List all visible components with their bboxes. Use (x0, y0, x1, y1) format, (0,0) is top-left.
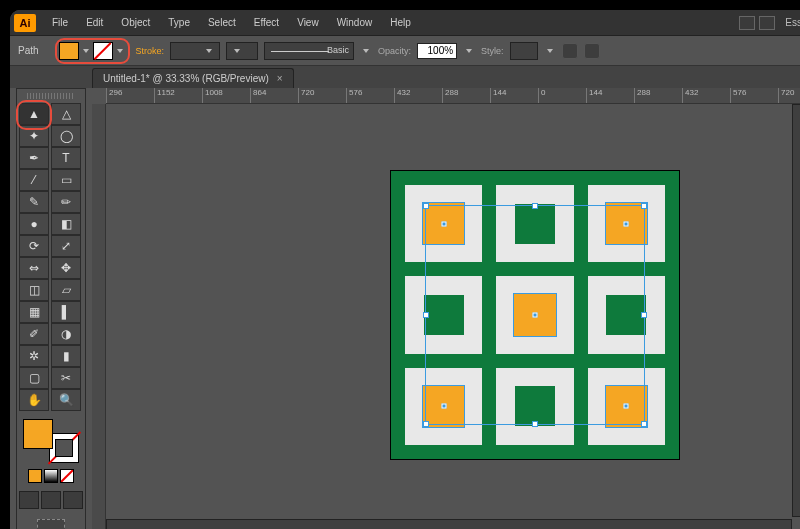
fill-swatch[interactable] (59, 42, 79, 60)
scrollbar-horizontal[interactable] (106, 519, 792, 529)
tool-column-graph[interactable]: ▮ (51, 345, 81, 367)
control-bar: Path Stroke: Basic Opacity: 100% Style: (10, 36, 800, 66)
tool-paintbrush[interactable]: ✎ (19, 191, 49, 213)
orange-square[interactable] (422, 385, 465, 428)
recolor-button[interactable] (562, 43, 578, 59)
tool-pencil[interactable]: ✏ (51, 191, 81, 213)
pattern-cell[interactable] (496, 276, 573, 353)
tool-blob-brush[interactable]: ● (19, 213, 49, 235)
workspace-label[interactable]: Ess (785, 17, 800, 28)
tool-magic-wand[interactable]: ✦ (19, 125, 49, 147)
document-tab[interactable]: Untitled-1* @ 33.33% (RGB/Preview) × (92, 68, 294, 88)
fill-color-box[interactable] (23, 419, 53, 449)
anchor-point[interactable] (441, 221, 446, 226)
panel-grip[interactable] (27, 93, 75, 99)
orange-square[interactable] (605, 202, 648, 245)
menu-object[interactable]: Object (113, 13, 158, 32)
orange-square[interactable] (513, 293, 556, 336)
brush-definition[interactable]: Basic (264, 42, 354, 60)
stroke-color-box[interactable] (49, 433, 79, 463)
graphic-style[interactable] (510, 42, 538, 60)
pattern-cell[interactable] (496, 368, 573, 445)
ruler-tick: 432 (394, 88, 442, 104)
green-square[interactable] (606, 295, 646, 335)
pattern-cell[interactable] (405, 368, 482, 445)
draw-normal-icon[interactable] (19, 491, 39, 509)
ruler-tick: 576 (730, 88, 778, 104)
tool-shape-builder[interactable]: ◫ (19, 279, 49, 301)
close-icon[interactable]: × (277, 73, 283, 84)
tool-lasso[interactable]: ◯ (51, 125, 81, 147)
caret-icon[interactable] (117, 49, 123, 53)
layout-icon[interactable] (739, 16, 755, 30)
caret-icon[interactable] (363, 49, 369, 53)
tool-selection[interactable]: ▲ (19, 103, 49, 125)
app-logo: Ai (14, 14, 36, 32)
anchor-point[interactable] (532, 312, 537, 317)
tool-direct-selection[interactable]: △ (51, 103, 81, 125)
gradient-mode-icon[interactable] (44, 469, 58, 483)
fill-stroke-indicator[interactable] (21, 419, 81, 463)
tool-zoom[interactable]: 🔍 (51, 389, 81, 411)
scrollbar-vertical[interactable] (792, 104, 800, 517)
color-mode-icon[interactable] (28, 469, 42, 483)
draw-inside-icon[interactable] (63, 491, 83, 509)
menu-effect[interactable]: Effect (246, 13, 287, 32)
menu-type[interactable]: Type (160, 13, 198, 32)
caret-icon[interactable] (466, 49, 472, 53)
anchor-point[interactable] (441, 404, 446, 409)
menu-edit[interactable]: Edit (78, 13, 111, 32)
anchor-point[interactable] (624, 404, 629, 409)
align-button[interactable] (584, 43, 600, 59)
tool-rectangle[interactable]: ▭ (51, 169, 81, 191)
pattern-cell[interactable] (588, 185, 665, 262)
tool-artboard[interactable]: ▢ (19, 367, 49, 389)
menu-view[interactable]: View (289, 13, 327, 32)
tool-gradient[interactable]: ▌ (51, 301, 81, 323)
tool-hand[interactable]: ✋ (19, 389, 49, 411)
none-mode-icon[interactable] (60, 469, 74, 483)
tool-free-transform[interactable]: ✥ (51, 257, 81, 279)
tool-width[interactable]: ⇔ (19, 257, 49, 279)
tool-mesh[interactable]: ▦ (19, 301, 49, 323)
tool-rotate[interactable]: ⟳ (19, 235, 49, 257)
ruler-vertical[interactable] (92, 104, 106, 529)
green-square[interactable] (515, 386, 555, 426)
orange-square[interactable] (605, 385, 648, 428)
tool-line[interactable]: ∕ (19, 169, 49, 191)
menu-window[interactable]: Window (329, 13, 381, 32)
pattern-cell[interactable] (588, 276, 665, 353)
green-square[interactable] (515, 204, 555, 244)
caret-icon[interactable] (547, 49, 553, 53)
pattern-cell[interactable] (405, 185, 482, 262)
ruler-tick: 720 (778, 88, 800, 104)
tool-symbol-sprayer[interactable]: ✲ (19, 345, 49, 367)
opacity-input[interactable]: 100% (417, 43, 457, 59)
tool-pen[interactable]: ✒ (19, 147, 49, 169)
tool-eyedropper[interactable]: ✐ (19, 323, 49, 345)
menu-help[interactable]: Help (382, 13, 419, 32)
tool-perspective[interactable]: ▱ (51, 279, 81, 301)
pattern-cell[interactable] (405, 276, 482, 353)
caret-icon[interactable] (83, 49, 89, 53)
draw-behind-icon[interactable] (41, 491, 61, 509)
tool-scale[interactable]: ⤢ (51, 235, 81, 257)
anchor-point[interactable] (624, 221, 629, 226)
pattern-cell[interactable] (588, 368, 665, 445)
artboard[interactable] (390, 170, 680, 460)
tool-eraser[interactable]: ◧ (51, 213, 81, 235)
tool-type[interactable]: T (51, 147, 81, 169)
pattern-cell[interactable] (496, 185, 573, 262)
tool-blend[interactable]: ◑ (51, 323, 81, 345)
menu-file[interactable]: File (44, 13, 76, 32)
orange-square[interactable] (422, 202, 465, 245)
arrange-icon[interactable] (759, 16, 775, 30)
stroke-swatch[interactable] (93, 42, 113, 60)
var-width-profile[interactable] (226, 42, 258, 60)
ruler-horizontal[interactable]: 2961152100886472057643228814401442884325… (106, 88, 800, 104)
menu-select[interactable]: Select (200, 13, 244, 32)
green-square[interactable] (424, 295, 464, 335)
screen-mode-button[interactable] (37, 519, 65, 529)
stroke-weight-input[interactable] (170, 42, 220, 60)
tool-slice[interactable]: ✂ (51, 367, 81, 389)
